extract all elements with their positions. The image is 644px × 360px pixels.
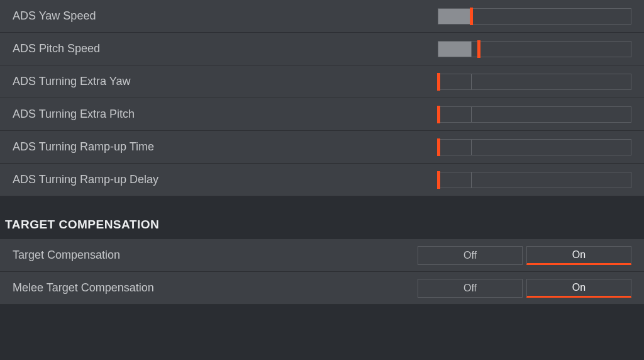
settings-panel: ADS Yaw SpeedADS Pitch SpeedADS Turning … xyxy=(0,0,644,305)
toggle-group: OffOn xyxy=(418,279,631,298)
slider-label: ADS Turning Ramp-up Delay xyxy=(13,173,424,186)
slider-row: ADS Pitch Speed xyxy=(0,33,644,65)
section-header-target-compensation: TARGET COMPENSATION xyxy=(0,210,644,239)
slider-handle[interactable] xyxy=(437,171,440,189)
toggle-option-off[interactable]: Off xyxy=(418,246,523,265)
slider-handle[interactable] xyxy=(470,8,473,25)
slider-tick xyxy=(471,42,472,57)
slider-wrap xyxy=(424,41,631,57)
slider-wrap xyxy=(424,172,631,188)
slider-tick xyxy=(471,107,472,122)
slider-label: ADS Turning Extra Yaw xyxy=(13,75,424,88)
slider-wrap xyxy=(424,74,631,90)
slider-fill xyxy=(438,42,471,57)
toggle-row: Melee Target CompensationOffOn xyxy=(0,272,644,305)
slider[interactable] xyxy=(438,8,631,25)
slider-row: ADS Turning Extra Pitch xyxy=(0,98,644,131)
slider-label: ADS Turning Extra Pitch xyxy=(13,108,424,121)
slider-tick xyxy=(471,140,472,155)
slider[interactable] xyxy=(438,106,631,123)
slider[interactable] xyxy=(438,139,631,155)
slider-label: ADS Yaw Speed xyxy=(13,9,424,23)
slider-handle[interactable] xyxy=(437,73,440,91)
slider-row: ADS Turning Ramp-up Time xyxy=(0,131,644,164)
slider-handle[interactable] xyxy=(477,40,480,58)
slider-wrap xyxy=(424,8,631,25)
slider-label: ADS Turning Ramp-up Time xyxy=(13,140,424,154)
slider-fill xyxy=(438,9,471,24)
sliders-section: ADS Yaw SpeedADS Pitch SpeedADS Turning … xyxy=(0,0,644,196)
slider-tick xyxy=(471,172,472,188)
slider-handle[interactable] xyxy=(437,106,440,123)
slider-row: ADS Turning Ramp-up Delay xyxy=(0,164,644,196)
toggle-label: Melee Target Compensation xyxy=(13,281,418,295)
toggle-row: Target CompensationOffOn xyxy=(0,239,644,272)
slider[interactable] xyxy=(438,74,631,90)
toggle-group: OffOn xyxy=(418,246,631,265)
section-gap xyxy=(0,196,644,210)
toggles-section: Target CompensationOffOnMelee Target Com… xyxy=(0,239,644,305)
slider-row: ADS Yaw Speed xyxy=(0,0,644,33)
slider-label: ADS Pitch Speed xyxy=(13,42,424,55)
toggle-option-on[interactable]: On xyxy=(526,246,631,265)
toggle-option-on[interactable]: On xyxy=(526,279,631,298)
slider-tick xyxy=(471,74,472,89)
slider-wrap xyxy=(424,106,631,123)
slider-row: ADS Turning Extra Yaw xyxy=(0,65,644,98)
slider-handle[interactable] xyxy=(437,138,440,156)
slider-wrap xyxy=(424,139,631,155)
toggle-option-off[interactable]: Off xyxy=(418,279,523,298)
slider[interactable] xyxy=(438,41,631,57)
slider[interactable] xyxy=(438,172,631,188)
toggle-label: Target Compensation xyxy=(13,249,418,262)
